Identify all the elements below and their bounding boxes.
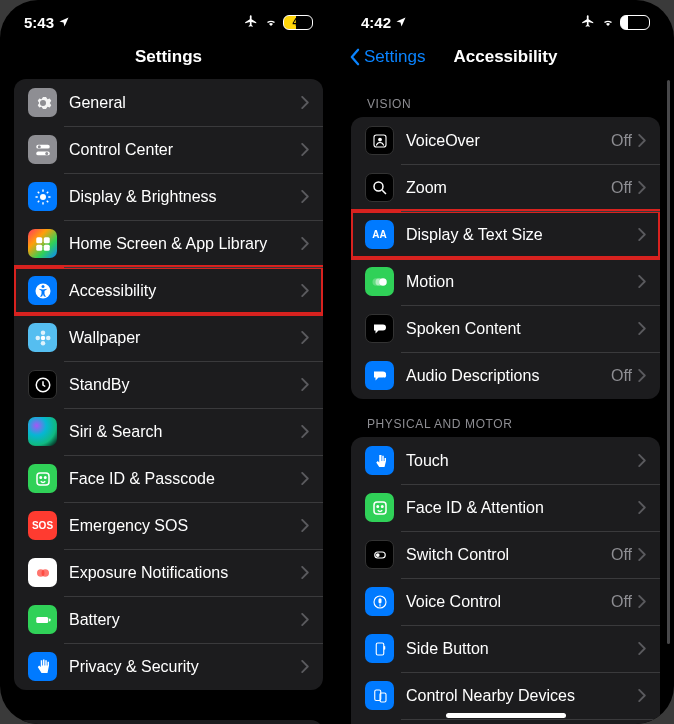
row-siri-search[interactable]: Siri & Search xyxy=(14,408,323,455)
row-label: Zoom xyxy=(406,179,611,197)
row-label: Touch xyxy=(406,452,638,470)
row-faceid-attention[interactable]: Face ID & Attention xyxy=(351,484,660,531)
row-label: Spoken Content xyxy=(406,320,638,338)
airplane-icon xyxy=(580,14,596,31)
row-display-brightness[interactable]: Display & Brightness xyxy=(14,173,323,220)
svg-point-30 xyxy=(41,569,49,577)
chevron-right-icon xyxy=(638,548,646,561)
row-label: Emergency SOS xyxy=(69,517,301,535)
row-accessibility[interactable]: Accessibility xyxy=(14,267,323,314)
right-phone-screen: 4:42 26 Settings Accessibility VISION Vo… xyxy=(337,0,674,724)
chevron-right-icon xyxy=(301,472,309,485)
audio-desc-icon xyxy=(365,361,394,390)
chevron-right-icon xyxy=(638,689,646,702)
wifi-icon xyxy=(600,14,616,31)
page-title: Settings xyxy=(135,47,202,67)
row-label: Privacy & Security xyxy=(69,658,301,676)
row-voiceover[interactable]: VoiceOver Off xyxy=(351,117,660,164)
row-privacy-security[interactable]: Privacy & Security xyxy=(14,643,323,690)
row-control-nearby[interactable]: Control Nearby Devices xyxy=(351,672,660,719)
svg-rect-32 xyxy=(49,618,51,621)
battery-icon xyxy=(28,605,57,634)
chevron-right-icon xyxy=(301,378,309,391)
location-icon xyxy=(58,14,70,31)
row-label: Switch Control xyxy=(406,546,611,564)
svg-line-11 xyxy=(37,200,39,202)
nav-bar: Settings Accessibility xyxy=(337,35,674,79)
row-faceid-passcode[interactable]: Face ID & Passcode xyxy=(14,455,323,502)
row-label: Side Button xyxy=(406,640,638,658)
row-label: Control Nearby Devices xyxy=(406,687,638,705)
chevron-right-icon xyxy=(301,143,309,156)
row-voice-control[interactable]: Voice Control Off xyxy=(351,578,660,625)
svg-point-4 xyxy=(40,194,46,200)
wifi-icon xyxy=(263,14,279,31)
chevron-right-icon xyxy=(301,284,309,297)
svg-rect-15 xyxy=(36,244,42,250)
back-button[interactable]: Settings xyxy=(349,47,425,67)
row-app-store[interactable]: App Store xyxy=(14,720,323,724)
row-touch[interactable]: Touch xyxy=(351,437,660,484)
row-apple-tv-remote[interactable]: Apple TV Remote xyxy=(351,719,660,724)
svg-rect-16 xyxy=(43,244,49,250)
home-indicator[interactable] xyxy=(446,713,566,718)
row-label: Motion xyxy=(406,273,638,291)
row-battery[interactable]: Battery xyxy=(14,596,323,643)
row-label: Control Center xyxy=(69,141,301,159)
face-icon xyxy=(28,464,57,493)
chevron-right-icon xyxy=(301,96,309,109)
row-home-screen[interactable]: Home Screen & App Library xyxy=(14,220,323,267)
row-control-center[interactable]: Control Center xyxy=(14,126,323,173)
zoom-icon xyxy=(365,173,394,202)
svg-point-27 xyxy=(40,476,42,478)
row-display-text-size[interactable]: AA Display & Text Size xyxy=(351,211,660,258)
airplane-icon xyxy=(243,14,259,31)
status-bar: 5:43 42 xyxy=(0,0,337,35)
chevron-right-icon xyxy=(301,331,309,344)
left-phone-screen: 5:43 42 Settings General Control Center … xyxy=(0,0,337,724)
svg-point-28 xyxy=(44,476,46,478)
row-wallpaper[interactable]: Wallpaper xyxy=(14,314,323,361)
row-value: Off xyxy=(611,179,632,197)
scroll-indicator[interactable] xyxy=(667,80,670,644)
row-motion[interactable]: Motion xyxy=(351,258,660,305)
row-side-button[interactable]: Side Button xyxy=(351,625,660,672)
row-exposure-notifications[interactable]: Exposure Notifications xyxy=(14,549,323,596)
svg-point-38 xyxy=(374,182,383,191)
chevron-right-icon xyxy=(638,228,646,241)
chevron-right-icon xyxy=(638,275,646,288)
gear-icon xyxy=(28,88,57,117)
row-audio-descriptions[interactable]: Audio Descriptions Off xyxy=(351,352,660,399)
row-label: Accessibility xyxy=(69,282,301,300)
row-value: Off xyxy=(611,367,632,385)
sun-icon xyxy=(28,182,57,211)
row-value: Off xyxy=(611,593,632,611)
chevron-right-icon xyxy=(638,642,646,655)
row-value: Off xyxy=(611,132,632,150)
svg-point-23 xyxy=(46,335,51,340)
row-label: VoiceOver xyxy=(406,132,611,150)
svg-point-45 xyxy=(381,505,383,507)
chevron-right-icon xyxy=(301,566,309,579)
hand-icon xyxy=(28,652,57,681)
row-label: Display & Brightness xyxy=(69,188,301,206)
svg-rect-31 xyxy=(36,617,48,623)
svg-point-47 xyxy=(375,553,379,557)
row-switch-control[interactable]: Switch Control Off xyxy=(351,531,660,578)
svg-line-9 xyxy=(37,191,39,193)
svg-rect-14 xyxy=(43,237,49,243)
svg-point-19 xyxy=(40,335,45,340)
touch-icon xyxy=(365,446,394,475)
row-spoken-content[interactable]: Spoken Content xyxy=(351,305,660,352)
row-zoom[interactable]: Zoom Off xyxy=(351,164,660,211)
row-label: Audio Descriptions xyxy=(406,367,611,385)
row-label: Face ID & Attention xyxy=(406,499,638,517)
switch-icon xyxy=(365,540,394,569)
nav-bar: Settings xyxy=(0,35,337,79)
svg-line-39 xyxy=(382,190,386,194)
row-general[interactable]: General xyxy=(14,79,323,126)
row-standby[interactable]: StandBy xyxy=(14,361,323,408)
sos-icon: SOS xyxy=(28,511,57,540)
row-emergency-sos[interactable]: SOS Emergency SOS xyxy=(14,502,323,549)
clock-icon xyxy=(28,370,57,399)
